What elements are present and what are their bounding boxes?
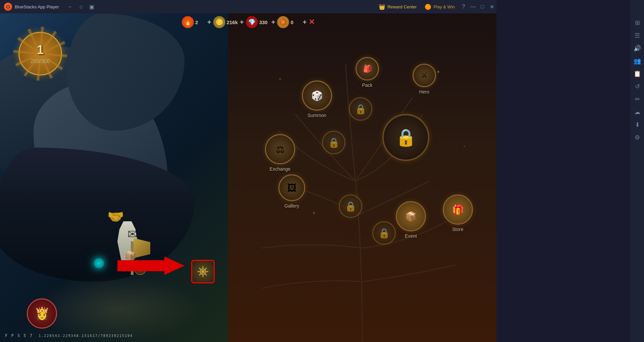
sidebar-volume-icon[interactable]: 🔊 (631, 42, 643, 54)
sidebar-settings-icon[interactable]: ⚙ (631, 131, 643, 144)
hero-label: Hero (419, 89, 429, 95)
hero-icon: ⚔ (413, 64, 436, 87)
gem-resource: 💎 330 (246, 16, 269, 28)
svg-text:✦: ✦ (436, 69, 440, 75)
back-button[interactable]: ← (66, 2, 75, 11)
sun-circle: 1 200/300 (18, 32, 62, 75)
svg-line-14 (205, 274, 207, 275)
sidebar-menu-icon[interactable]: ☰ (631, 30, 643, 42)
fire-icon: 🔥 (182, 16, 194, 28)
sidebar-download-icon[interactable]: ⬇ (631, 119, 643, 131)
arrow-shape (117, 256, 184, 275)
app-title: BlueStacks App Player (15, 4, 59, 9)
lock-icon-top: 🔒 (349, 97, 372, 121)
add-gem-button[interactable]: + (271, 18, 275, 26)
settings-gear-icon (196, 264, 210, 279)
bluestacks-icon (4, 3, 12, 11)
pack-label: Pack (362, 82, 372, 88)
pack-icon: 🎒 (356, 57, 379, 80)
gallery-label: Gallery (284, 203, 299, 209)
level-indicator[interactable]: 1 200/300 (18, 32, 62, 75)
settings-button[interactable] (191, 260, 215, 283)
bluestacks-logo: BlueStacks App Player (0, 3, 63, 11)
sidebar-users-icon[interactable]: 👥 (631, 55, 643, 67)
reward-center-button[interactable]: 👑 Reward Center (375, 4, 421, 10)
level-progress: 200/300 (31, 58, 50, 64)
svg-text:✦: ✦ (463, 145, 466, 148)
locked-node-3: 🔒 (372, 221, 396, 245)
store-label: Store (452, 227, 463, 232)
store-node[interactable]: 🎁 Store (443, 194, 473, 232)
event-label: Event (405, 233, 417, 239)
gold-resource: ⭕ 0 (277, 16, 301, 28)
gallery-node[interactable]: 🖼 Gallery (278, 174, 305, 209)
event-node[interactable]: 📦 Event (396, 201, 426, 239)
right-menu-area: ✦ ✦ ✦ ✦ ✦ 🎲 Summon ⚖ Exchange 🎒 Pack ⚔ H… (228, 13, 496, 342)
play-win-label: Play & Win (433, 4, 455, 9)
fps-coords: 1.228543-229348-151617/789239215104 (39, 334, 133, 338)
pack-node[interactable]: 🎒 Pack (356, 57, 379, 88)
summon-label: Summon (308, 113, 326, 118)
svg-text:✦: ✦ (278, 77, 282, 81)
lock-icon-1: 🔒 (322, 131, 345, 154)
svg-line-15 (205, 268, 207, 269)
gold-icon: ⭕ (277, 16, 289, 28)
sidebar-rotate-icon[interactable]: ↺ (631, 80, 643, 93)
add-gold-button[interactable]: + (303, 18, 307, 26)
add-fire-button[interactable]: + (207, 18, 211, 26)
svg-line-16 (199, 274, 201, 275)
minimize-button[interactable]: — (468, 2, 478, 11)
svg-line-13 (199, 268, 201, 269)
central-node[interactable]: 🔒 (382, 114, 429, 161)
home-button[interactable]: ⌂ (76, 2, 86, 11)
gem-icon: 💎 (246, 16, 258, 28)
svg-point-17 (201, 270, 205, 273)
gold-value: 0 (290, 19, 301, 25)
tabs-button[interactable]: ▣ (87, 2, 97, 11)
coin-icon: 🪙 (213, 16, 225, 28)
hero-node[interactable]: ⚔ Hero (413, 64, 436, 95)
exchange-icon: ⚖ (265, 134, 295, 164)
titlebar: BlueStacks App Player ← ⌂ ▣ 👑 Reward Cen… (0, 0, 496, 13)
locked-node-1: 🔒 (322, 131, 345, 154)
right-sidebar: ⊞ ☰ 🔊 👥 📋 ↺ ✏ ☁ ⬇ ⚙ (631, 0, 644, 342)
locked-node-top: 🔒 (349, 97, 372, 121)
close-button[interactable]: ✕ (487, 2, 496, 11)
level-number: 1 (37, 43, 44, 57)
close-hud-button[interactable]: ✕ (309, 18, 315, 26)
exchange-label: Exchange (270, 166, 290, 172)
hud-top-resources: 🔥 2 + 🪙 216k + 💎 330 + ⭕ 0 + ✕ (182, 16, 315, 28)
fps-counter: F P S 5 7 1.228543-229348-151617/7892392… (5, 333, 133, 338)
exchange-node[interactable]: ⚖ Exchange (265, 134, 295, 172)
gallery-icon: 🖼 (278, 174, 305, 201)
event-icon: 📦 (396, 201, 426, 231)
sidebar-cloud-icon[interactable]: ☁ (631, 106, 643, 118)
sidebar-grid-icon[interactable]: ⊞ (631, 17, 643, 29)
lock-icon-3: 🔒 (372, 221, 396, 245)
maximize-button[interactable]: □ (478, 2, 487, 11)
crown-icon: 👑 (379, 4, 385, 10)
fps-value: 5 7 (23, 333, 33, 338)
game-area: 🔥 2 + 🪙 216k + 💎 330 + ⭕ 0 + ✕ (0, 13, 496, 342)
fps-label: F P S (5, 333, 20, 338)
reward-center-label: Reward Center (387, 4, 417, 9)
sidebar-edit-icon[interactable]: ✏ (631, 93, 643, 105)
sidebar-clipboard-icon[interactable]: 📋 (631, 68, 643, 80)
gem-value: 330 (259, 19, 269, 25)
character-avatar[interactable]: 👸 (27, 298, 57, 329)
play-win-button[interactable]: 🟠 Play & Win (421, 4, 459, 10)
coin-resource: 🪙 216k (213, 16, 238, 28)
lock-icon-2: 🔒 (339, 194, 362, 218)
nav-buttons: ← ⌂ ▣ (63, 2, 99, 11)
help-button[interactable]: ? (459, 2, 468, 11)
locked-node-2: 🔒 (339, 194, 362, 218)
add-coin-button[interactable]: + (240, 18, 244, 26)
fire-value: 2 (195, 19, 205, 25)
central-lock-icon: 🔒 (382, 114, 429, 161)
summon-node[interactable]: 🎲 Summon (302, 80, 332, 118)
store-icon: 🎁 (443, 194, 473, 225)
red-arrow-indicator (117, 256, 184, 275)
coin-value: 216k (227, 19, 238, 25)
fire-resource: 🔥 2 (182, 16, 205, 28)
svg-text:✦: ✦ (312, 210, 316, 216)
